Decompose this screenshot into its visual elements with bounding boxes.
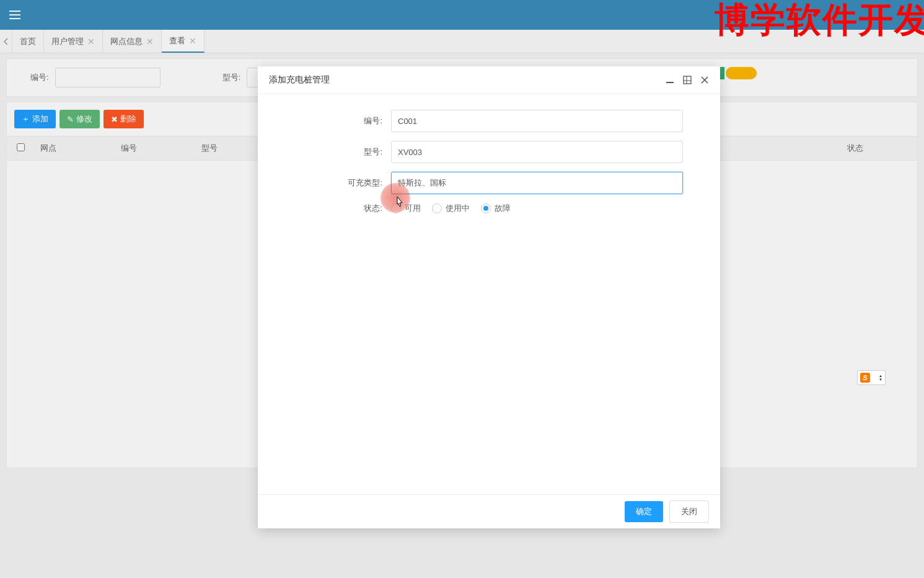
type-input[interactable] xyxy=(391,172,683,194)
code-label: 编号: xyxy=(295,115,391,127)
maximize-icon[interactable] xyxy=(683,76,692,84)
status-radio-available[interactable]: 可用 xyxy=(391,203,421,214)
radio-icon xyxy=(481,203,491,213)
status-label: 状态: xyxy=(295,203,391,214)
radio-icon xyxy=(432,203,442,213)
add-charger-dialog: 添加充电桩管理 编号: 型号: 可充类型: 状态: xyxy=(258,66,720,473)
code-input[interactable] xyxy=(391,110,683,132)
dialog-header: 添加充电桩管理 xyxy=(258,66,720,94)
watermark-text: 博学软件开发 xyxy=(715,0,924,44)
radio-label: 可用 xyxy=(405,203,421,214)
model-input[interactable] xyxy=(391,141,683,163)
minimize-icon[interactable] xyxy=(666,76,674,84)
radio-label: 故障 xyxy=(495,203,511,214)
type-label: 可充类型: xyxy=(295,177,391,189)
dialog-body: 编号: 型号: 可充类型: 状态: 可用 使用中 xyxy=(258,94,720,473)
ime-indicator[interactable]: S ▲▼ xyxy=(857,370,886,385)
ime-s-icon: S xyxy=(860,373,870,383)
radio-label: 使用中 xyxy=(446,203,470,214)
status-radio-fault[interactable]: 故障 xyxy=(481,203,511,214)
dialog-title: 添加充电桩管理 xyxy=(269,74,330,86)
status-radio-group: 可用 使用中 故障 xyxy=(391,203,511,214)
radio-icon xyxy=(391,203,401,213)
ime-arrows-icon: ▲▼ xyxy=(879,374,882,381)
svg-rect-0 xyxy=(684,76,691,84)
close-icon[interactable] xyxy=(700,76,709,84)
model-label: 型号: xyxy=(295,146,391,158)
status-radio-inuse[interactable]: 使用中 xyxy=(432,203,470,214)
